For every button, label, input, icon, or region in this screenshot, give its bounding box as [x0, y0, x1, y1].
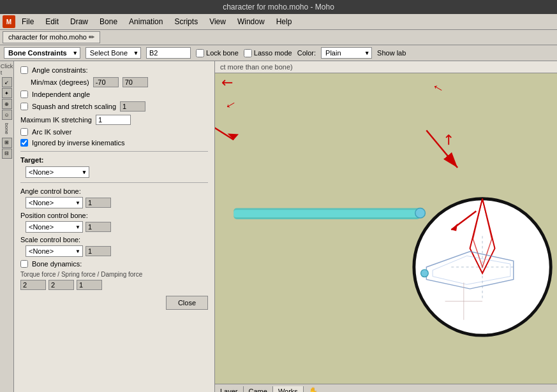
arc-ik-checkbox[interactable]: [20, 128, 28, 136]
document-tab[interactable]: character for moho.moho ✏: [3, 31, 100, 43]
canvas-area: ct more than one bone): [215, 61, 557, 392]
min-max-label: Min/max (degrees): [31, 78, 89, 86]
show-labels-label: Show lab: [377, 49, 406, 57]
tool-btn-1[interactable]: ↙: [2, 77, 12, 87]
angle-constraints-row: Angle constraints:: [20, 66, 208, 74]
bone-dynamics-row: Bone dynamics:: [20, 260, 208, 268]
squash-value-input[interactable]: [120, 101, 145, 112]
canvas-svg: [215, 74, 557, 392]
select-bone-arrow-icon: ▼: [133, 50, 138, 56]
max-ik-input[interactable]: [96, 115, 131, 125]
menu-animation[interactable]: Animation: [124, 16, 168, 27]
squash-stretch-label: Squash and stretch scaling: [32, 103, 116, 110]
target-section: Target: <None> ▼: [20, 156, 208, 178]
bone-constraints-dropdown[interactable]: Bone Constraints ▼: [4, 47, 80, 59]
torque-input-1[interactable]: [20, 280, 46, 290]
svg-rect-1: [234, 210, 420, 217]
select-bone-label: Select Bone: [90, 49, 128, 57]
position-control-section: Position control bone: <None> ▼: [20, 212, 208, 233]
angle-control-section: Angle control bone: <None> ▼: [20, 187, 208, 208]
layer-bottom-tab[interactable]: Layer: [215, 386, 244, 393]
bone-constraints-label: Bone Constraints: [8, 49, 67, 57]
scale-control-dropdown[interactable]: <None> ▼: [26, 245, 83, 257]
max-ik-row: Maximum IK stretching: [20, 115, 208, 125]
menu-help[interactable]: Help: [271, 16, 297, 27]
ignored-ik-checkbox[interactable]: [20, 139, 28, 147]
bone-name-input[interactable]: [146, 47, 191, 59]
position-control-row: <None> ▼: [20, 221, 208, 233]
toolbar: Bone Constraints ▼ Select Bone ▼ Lock bo…: [0, 45, 557, 61]
svg-point-10: [421, 270, 429, 277]
torque-input-3[interactable]: [77, 280, 102, 290]
scale-num-input[interactable]: [85, 246, 111, 256]
torque-section: Torque force / Spring force / Damping fo…: [20, 271, 208, 290]
target-dropdown[interactable]: <None> ▼: [26, 166, 89, 178]
bone-dynamics-checkbox[interactable]: [20, 260, 28, 268]
app-logo: M: [3, 15, 15, 28]
tool-btn-3[interactable]: ⊕: [2, 99, 12, 109]
scale-control-label: Scale control bone:: [20, 236, 208, 243]
angle-control-row: <None> ▼: [20, 197, 208, 208]
tool-btn-4[interactable]: ☺: [2, 110, 12, 120]
bone-dynamics-label: Bone dynamics:: [32, 260, 82, 268]
menu-edit[interactable]: Edit: [40, 16, 64, 27]
independent-angle-checkbox[interactable]: [20, 91, 28, 98]
separator-1: [20, 151, 208, 152]
position-control-label: Position control bone:: [20, 212, 208, 219]
tool-btn-5[interactable]: ⊞: [2, 138, 12, 148]
lock-bone-checkbox[interactable]: [196, 49, 204, 57]
squash-stretch-checkbox[interactable]: [20, 103, 28, 110]
angle-control-label: Angle control bone:: [20, 187, 208, 195]
menu-draw[interactable]: Draw: [65, 16, 93, 27]
tab-label: character for moho.moho: [8, 33, 87, 41]
close-button[interactable]: Close: [166, 296, 208, 310]
position-num-input[interactable]: [85, 222, 111, 232]
tool-btn-2[interactable]: ✦: [2, 88, 12, 98]
angle-constraints-checkbox[interactable]: [20, 66, 28, 74]
torque-row: [20, 280, 208, 290]
menu-scripts[interactable]: Scripts: [169, 16, 203, 27]
menu-bone[interactable]: Bone: [94, 16, 123, 27]
ignored-ik-row: Ignored by inverse kinematics: [20, 139, 208, 147]
lock-bone-label: Lock bone: [196, 49, 239, 57]
angle-control-dropdown[interactable]: <None> ▼: [26, 197, 83, 208]
menu-window[interactable]: Window: [232, 16, 270, 27]
max-input[interactable]: [123, 77, 148, 87]
min-input[interactable]: [93, 77, 119, 87]
menu-bar: M File Edit Draw Bone Animation Scripts …: [0, 14, 557, 30]
position-control-dropdown[interactable]: <None> ▼: [26, 221, 83, 233]
svg-point-2: [415, 208, 426, 218]
select-bone-dropdown[interactable]: Select Bone ▼: [85, 47, 141, 59]
torque-label: Torque force / Spring force / Damping fo…: [20, 271, 208, 278]
title-bar: character for moho.moho - Moho: [0, 0, 557, 14]
svg-line-11: [215, 124, 234, 140]
hand-tool[interactable]: ✋: [304, 386, 323, 392]
bone-label-text: bone: [4, 123, 10, 134]
independent-angle-label: Independent angle: [32, 91, 90, 98]
angle-control-num-input[interactable]: [85, 198, 111, 208]
target-row: <None> ▼: [20, 166, 208, 178]
click-t-text: Click t: [0, 62, 13, 76]
arc-ik-label: Arc IK solver: [32, 128, 71, 136]
torque-input-2[interactable]: [48, 280, 74, 290]
color-value: Plain: [325, 49, 341, 57]
color-arrow-icon: ▼: [364, 50, 369, 56]
camera-bottom-tab[interactable]: Came: [244, 386, 273, 393]
works-bottom-tab[interactable]: Works: [273, 386, 304, 393]
pencil-icon: ✏: [89, 33, 94, 41]
left-toolbar: Click t ↙ ✦ ⊕ ☺ bone ⊞ ⊟: [0, 61, 14, 392]
color-dropdown[interactable]: Plain ▼: [321, 47, 372, 59]
menu-file[interactable]: File: [17, 16, 39, 27]
constraints-panel: Angle constraints: Min/max (degrees) Ind…: [14, 61, 215, 392]
squash-stretch-row: Squash and stretch scaling: [20, 101, 208, 112]
independent-angle-row: Independent angle: [20, 91, 208, 98]
color-label: Color:: [297, 49, 316, 57]
bottom-tabs: Layer Came Works ✋: [215, 384, 557, 392]
scale-control-row: <None> ▼: [20, 245, 208, 257]
target-label: Target:: [20, 156, 208, 164]
lasso-mode-checkbox[interactable]: [244, 49, 252, 57]
tool-btn-6[interactable]: ⊟: [2, 149, 12, 159]
menu-view[interactable]: View: [204, 16, 231, 27]
min-max-row: Min/max (degrees): [20, 77, 208, 87]
dropdown-arrow-icon: ▼: [73, 50, 78, 56]
